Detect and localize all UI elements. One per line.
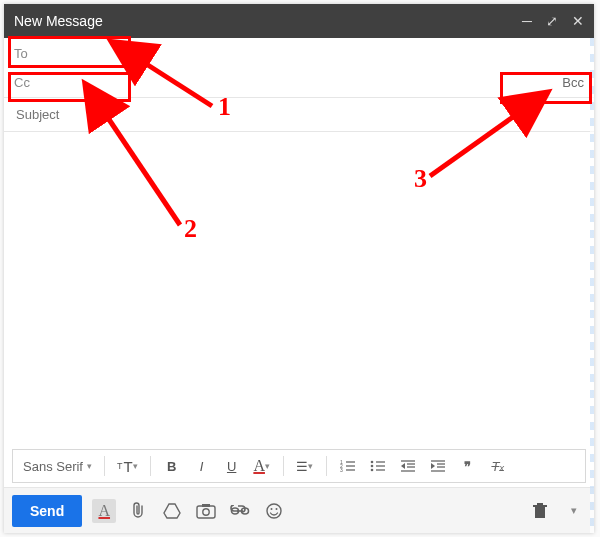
drive-icon xyxy=(163,503,181,519)
to-label: To xyxy=(14,46,28,61)
svg-point-8 xyxy=(370,469,373,472)
numbered-list-icon: 123 xyxy=(340,459,356,473)
window-title: New Message xyxy=(14,13,522,29)
text-size-icon-large: T xyxy=(123,458,132,475)
separator xyxy=(104,456,105,476)
svg-point-31 xyxy=(276,508,278,510)
to-input[interactable] xyxy=(28,45,584,62)
to-row[interactable]: To xyxy=(4,38,594,68)
italic-button[interactable]: I xyxy=(189,454,215,478)
indent-more-icon xyxy=(430,459,446,473)
svg-point-30 xyxy=(271,508,273,510)
insert-emoji-button[interactable] xyxy=(262,499,286,523)
svg-rect-32 xyxy=(535,507,545,518)
caret-down-icon: ▾ xyxy=(308,461,313,471)
compose-window: New Message ─ ⤢ ✕ To Cc Bcc Sans Serif ▾ xyxy=(4,4,594,533)
bulleted-list-button[interactable] xyxy=(365,454,391,478)
separator xyxy=(326,456,327,476)
indent-less-icon xyxy=(400,459,416,473)
svg-text:3: 3 xyxy=(340,467,343,473)
svg-point-29 xyxy=(267,504,281,518)
formatting-toolbar: Sans Serif ▾ TT ▾ B I U A▾ ☰▾ 123 ❞ Tx xyxy=(12,449,586,483)
svg-marker-22 xyxy=(164,504,180,518)
message-body[interactable] xyxy=(4,132,594,449)
formatting-toggle-button[interactable]: A xyxy=(92,499,116,523)
address-fields: To Cc Bcc xyxy=(4,38,594,132)
indent-less-button[interactable] xyxy=(395,454,421,478)
emoji-icon xyxy=(265,502,283,520)
subject-input[interactable] xyxy=(14,106,584,123)
cc-label: Cc xyxy=(14,75,30,90)
window-header: New Message ─ ⤢ ✕ xyxy=(4,4,594,38)
remove-formatting-icon: Tx xyxy=(491,459,503,474)
caret-down-icon: ▾ xyxy=(87,461,92,471)
align-icon: ☰ xyxy=(296,459,308,474)
underline-button[interactable]: U xyxy=(219,454,245,478)
bcc-link[interactable]: Bcc xyxy=(562,75,584,90)
camera-icon xyxy=(196,503,216,519)
svg-point-7 xyxy=(370,465,373,468)
expand-icon[interactable]: ⤢ xyxy=(546,14,558,28)
format-a-icon: A xyxy=(98,502,110,520)
trash-icon xyxy=(533,503,547,519)
subject-row[interactable] xyxy=(4,98,594,132)
cc-row[interactable]: Cc Bcc xyxy=(4,68,594,98)
bulleted-list-icon xyxy=(370,459,386,473)
align-button[interactable]: ☰▾ xyxy=(292,454,318,478)
svg-rect-34 xyxy=(537,503,543,505)
cc-input[interactable] xyxy=(30,74,554,91)
svg-rect-25 xyxy=(202,504,210,507)
indent-more-button[interactable] xyxy=(425,454,451,478)
drive-button[interactable] xyxy=(160,499,184,523)
font-family-select[interactable]: Sans Serif ▾ xyxy=(19,454,96,478)
remove-formatting-button[interactable]: Tx xyxy=(485,454,511,478)
window-controls: ─ ⤢ ✕ xyxy=(522,14,584,28)
svg-point-24 xyxy=(203,508,209,514)
decorative-strip xyxy=(590,38,594,533)
italic-icon: I xyxy=(200,459,204,474)
underline-icon: U xyxy=(227,459,236,474)
numbered-list-button[interactable]: 123 xyxy=(335,454,361,478)
quote-button[interactable]: ❞ xyxy=(455,454,481,478)
insert-photo-button[interactable] xyxy=(194,499,218,523)
svg-rect-23 xyxy=(197,506,215,518)
paperclip-icon xyxy=(130,502,146,520)
insert-link-button[interactable] xyxy=(228,499,252,523)
text-color-icon: A xyxy=(253,457,265,475)
bold-button[interactable]: B xyxy=(159,454,185,478)
attach-button[interactable] xyxy=(126,499,150,523)
separator xyxy=(150,456,151,476)
font-family-label: Sans Serif xyxy=(23,459,83,474)
discard-button[interactable] xyxy=(528,499,552,523)
svg-point-6 xyxy=(370,461,373,464)
action-toolbar: Send A ▾ xyxy=(4,487,594,533)
more-options-button[interactable]: ▾ xyxy=(562,499,586,523)
close-icon[interactable]: ✕ xyxy=(572,14,584,28)
svg-marker-16 xyxy=(401,463,405,469)
separator xyxy=(283,456,284,476)
link-icon xyxy=(230,505,250,517)
svg-marker-21 xyxy=(431,463,435,469)
minimize-icon[interactable]: ─ xyxy=(522,14,532,28)
caret-down-icon: ▾ xyxy=(571,504,577,517)
caret-down-icon: ▾ xyxy=(265,461,270,471)
text-color-button[interactable]: A▾ xyxy=(249,454,275,478)
send-button[interactable]: Send xyxy=(12,495,82,527)
quote-icon: ❞ xyxy=(464,459,471,474)
svg-rect-33 xyxy=(533,505,547,507)
caret-down-icon: ▾ xyxy=(133,461,138,471)
font-size-select[interactable]: TT ▾ xyxy=(113,454,142,478)
text-size-icon: T xyxy=(117,461,123,471)
bold-icon: B xyxy=(167,459,176,474)
